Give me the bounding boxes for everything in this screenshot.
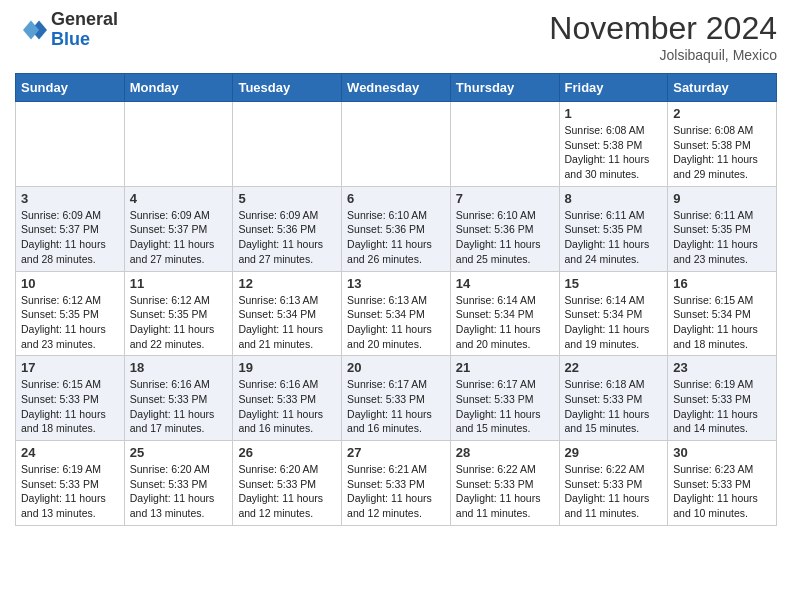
calendar-cell [16,102,125,187]
logo-text: General Blue [51,10,118,50]
day-number: 25 [130,445,228,460]
day-number: 12 [238,276,336,291]
calendar-cell: 12Sunrise: 6:13 AM Sunset: 5:34 PM Dayli… [233,271,342,356]
calendar-cell: 26Sunrise: 6:20 AM Sunset: 5:33 PM Dayli… [233,441,342,526]
calendar-cell: 24Sunrise: 6:19 AM Sunset: 5:33 PM Dayli… [16,441,125,526]
calendar-cell: 18Sunrise: 6:16 AM Sunset: 5:33 PM Dayli… [124,356,233,441]
day-number: 27 [347,445,445,460]
day-number: 1 [565,106,663,121]
weekday-header-friday: Friday [559,74,668,102]
day-info: Sunrise: 6:20 AM Sunset: 5:33 PM Dayligh… [238,462,336,521]
day-info: Sunrise: 6:12 AM Sunset: 5:35 PM Dayligh… [130,293,228,352]
calendar-cell: 25Sunrise: 6:20 AM Sunset: 5:33 PM Dayli… [124,441,233,526]
calendar-cell: 16Sunrise: 6:15 AM Sunset: 5:34 PM Dayli… [668,271,777,356]
day-number: 23 [673,360,771,375]
day-number: 3 [21,191,119,206]
calendar-cell [124,102,233,187]
calendar-cell: 22Sunrise: 6:18 AM Sunset: 5:33 PM Dayli… [559,356,668,441]
calendar-cell: 2Sunrise: 6:08 AM Sunset: 5:38 PM Daylig… [668,102,777,187]
day-info: Sunrise: 6:09 AM Sunset: 5:37 PM Dayligh… [21,208,119,267]
calendar-cell: 9Sunrise: 6:11 AM Sunset: 5:35 PM Daylig… [668,186,777,271]
day-number: 11 [130,276,228,291]
logo-icon [15,14,47,46]
day-number: 19 [238,360,336,375]
day-info: Sunrise: 6:17 AM Sunset: 5:33 PM Dayligh… [347,377,445,436]
page-header: General Blue November 2024 Jolsibaquil, … [15,10,777,63]
day-info: Sunrise: 6:08 AM Sunset: 5:38 PM Dayligh… [565,123,663,182]
day-info: Sunrise: 6:10 AM Sunset: 5:36 PM Dayligh… [347,208,445,267]
calendar-cell: 17Sunrise: 6:15 AM Sunset: 5:33 PM Dayli… [16,356,125,441]
calendar-week-3: 10Sunrise: 6:12 AM Sunset: 5:35 PM Dayli… [16,271,777,356]
day-number: 20 [347,360,445,375]
calendar-cell: 23Sunrise: 6:19 AM Sunset: 5:33 PM Dayli… [668,356,777,441]
title-block: November 2024 Jolsibaquil, Mexico [549,10,777,63]
day-info: Sunrise: 6:09 AM Sunset: 5:37 PM Dayligh… [130,208,228,267]
day-info: Sunrise: 6:11 AM Sunset: 5:35 PM Dayligh… [565,208,663,267]
day-number: 2 [673,106,771,121]
day-info: Sunrise: 6:11 AM Sunset: 5:35 PM Dayligh… [673,208,771,267]
day-number: 24 [21,445,119,460]
day-number: 18 [130,360,228,375]
calendar-week-4: 17Sunrise: 6:15 AM Sunset: 5:33 PM Dayli… [16,356,777,441]
day-info: Sunrise: 6:09 AM Sunset: 5:36 PM Dayligh… [238,208,336,267]
month-title: November 2024 [549,10,777,47]
location: Jolsibaquil, Mexico [549,47,777,63]
calendar-page: General Blue November 2024 Jolsibaquil, … [0,0,792,541]
day-info: Sunrise: 6:20 AM Sunset: 5:33 PM Dayligh… [130,462,228,521]
calendar-cell: 19Sunrise: 6:16 AM Sunset: 5:33 PM Dayli… [233,356,342,441]
day-number: 21 [456,360,554,375]
day-info: Sunrise: 6:19 AM Sunset: 5:33 PM Dayligh… [673,377,771,436]
day-info: Sunrise: 6:19 AM Sunset: 5:33 PM Dayligh… [21,462,119,521]
day-info: Sunrise: 6:18 AM Sunset: 5:33 PM Dayligh… [565,377,663,436]
calendar-cell: 15Sunrise: 6:14 AM Sunset: 5:34 PM Dayli… [559,271,668,356]
day-info: Sunrise: 6:15 AM Sunset: 5:34 PM Dayligh… [673,293,771,352]
calendar-table: SundayMondayTuesdayWednesdayThursdayFrid… [15,73,777,526]
calendar-cell: 10Sunrise: 6:12 AM Sunset: 5:35 PM Dayli… [16,271,125,356]
day-info: Sunrise: 6:15 AM Sunset: 5:33 PM Dayligh… [21,377,119,436]
day-number: 4 [130,191,228,206]
calendar-cell [342,102,451,187]
day-number: 15 [565,276,663,291]
calendar-cell: 14Sunrise: 6:14 AM Sunset: 5:34 PM Dayli… [450,271,559,356]
day-number: 29 [565,445,663,460]
day-info: Sunrise: 6:22 AM Sunset: 5:33 PM Dayligh… [456,462,554,521]
calendar-cell [450,102,559,187]
calendar-week-1: 1Sunrise: 6:08 AM Sunset: 5:38 PM Daylig… [16,102,777,187]
calendar-cell: 5Sunrise: 6:09 AM Sunset: 5:36 PM Daylig… [233,186,342,271]
day-info: Sunrise: 6:10 AM Sunset: 5:36 PM Dayligh… [456,208,554,267]
day-info: Sunrise: 6:12 AM Sunset: 5:35 PM Dayligh… [21,293,119,352]
calendar-cell: 3Sunrise: 6:09 AM Sunset: 5:37 PM Daylig… [16,186,125,271]
day-info: Sunrise: 6:14 AM Sunset: 5:34 PM Dayligh… [565,293,663,352]
calendar-cell: 28Sunrise: 6:22 AM Sunset: 5:33 PM Dayli… [450,441,559,526]
day-number: 17 [21,360,119,375]
day-number: 9 [673,191,771,206]
calendar-cell: 7Sunrise: 6:10 AM Sunset: 5:36 PM Daylig… [450,186,559,271]
day-info: Sunrise: 6:23 AM Sunset: 5:33 PM Dayligh… [673,462,771,521]
day-info: Sunrise: 6:16 AM Sunset: 5:33 PM Dayligh… [130,377,228,436]
calendar-cell: 20Sunrise: 6:17 AM Sunset: 5:33 PM Dayli… [342,356,451,441]
logo: General Blue [15,10,118,50]
day-number: 8 [565,191,663,206]
day-info: Sunrise: 6:13 AM Sunset: 5:34 PM Dayligh… [347,293,445,352]
day-number: 26 [238,445,336,460]
weekday-header-wednesday: Wednesday [342,74,451,102]
day-info: Sunrise: 6:08 AM Sunset: 5:38 PM Dayligh… [673,123,771,182]
day-info: Sunrise: 6:13 AM Sunset: 5:34 PM Dayligh… [238,293,336,352]
day-number: 22 [565,360,663,375]
day-number: 13 [347,276,445,291]
weekday-header-saturday: Saturday [668,74,777,102]
day-number: 7 [456,191,554,206]
day-number: 14 [456,276,554,291]
weekday-header-tuesday: Tuesday [233,74,342,102]
day-info: Sunrise: 6:17 AM Sunset: 5:33 PM Dayligh… [456,377,554,436]
day-info: Sunrise: 6:22 AM Sunset: 5:33 PM Dayligh… [565,462,663,521]
calendar-cell: 4Sunrise: 6:09 AM Sunset: 5:37 PM Daylig… [124,186,233,271]
day-number: 10 [21,276,119,291]
calendar-cell: 29Sunrise: 6:22 AM Sunset: 5:33 PM Dayli… [559,441,668,526]
day-number: 16 [673,276,771,291]
day-number: 30 [673,445,771,460]
weekday-header-row: SundayMondayTuesdayWednesdayThursdayFrid… [16,74,777,102]
calendar-week-2: 3Sunrise: 6:09 AM Sunset: 5:37 PM Daylig… [16,186,777,271]
weekday-header-thursday: Thursday [450,74,559,102]
calendar-cell [233,102,342,187]
